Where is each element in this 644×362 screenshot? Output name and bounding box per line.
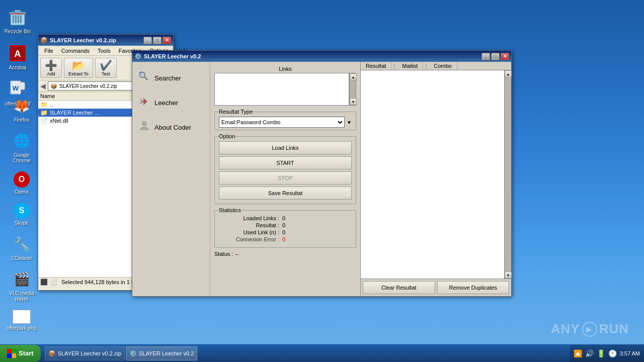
- slayer-main-titlebar[interactable]: 📦 SLAYER Leecher v0.2.zip _ □ ✕: [38, 35, 173, 46]
- leecher-icon: [138, 96, 150, 110]
- status-icon-1: ⬛: [40, 279, 48, 286]
- dropdown-arrow-icon: ▼: [347, 120, 352, 125]
- firefox-icon[interactable]: 🦊 Firefox: [4, 94, 39, 125]
- clear-resultat-button[interactable]: Clear Resultat: [363, 281, 435, 294]
- run-text: RUN: [599, 321, 629, 337]
- win-logo-red: [7, 349, 12, 353]
- menu-tools[interactable]: Tools: [94, 47, 115, 55]
- folder-icon: 📁: [40, 101, 48, 108]
- status-line: Status : --: [214, 251, 356, 257]
- chrome-icon[interactable]: 🌐 Google Chrome: [4, 129, 39, 165]
- results-scrollbar[interactable]: ▲ ▼: [504, 70, 511, 279]
- taskbar-slayer-icon: ⚙️: [129, 350, 137, 357]
- links-scrollbar[interactable]: ▲ ▼: [349, 73, 356, 106]
- slayer-sidebar: Searcher Leecher: [132, 62, 210, 296]
- vlc-label: VLC media player: [6, 291, 37, 302]
- about-label: About Coder: [154, 124, 191, 131]
- sidebar-item-leecher[interactable]: Leecher: [132, 90, 210, 115]
- inner-minimize-button[interactable]: _: [481, 53, 490, 60]
- anyrun-watermark: ANY ▶ RUN: [551, 321, 629, 337]
- inner-close-button[interactable]: ✕: [501, 53, 509, 60]
- status-icons: ⬛ ⬜: [40, 279, 57, 286]
- option-section: Option Load Links START STOP Save Result…: [214, 133, 356, 204]
- test-button[interactable]: ✔️ Test: [95, 58, 117, 78]
- svg-point-19: [142, 122, 146, 126]
- tray-time: 3:57 AM: [620, 350, 640, 356]
- taskbar: Start 📦 SLAYER Leecher v0.2.zip ⚙️ SLAYE…: [0, 344, 644, 362]
- resultat-type-select[interactable]: Email:Password Combo Email only Password…: [219, 117, 345, 128]
- titlebar-icon: 📦: [40, 37, 48, 44]
- add-button[interactable]: ➕ Add: [40, 58, 62, 78]
- extract-button[interactable]: 📂 Extract To: [64, 58, 93, 78]
- maximize-button[interactable]: □: [153, 37, 162, 44]
- taskbar-explorer-icon: 📦: [48, 350, 56, 357]
- status-icon-2: ⬜: [50, 279, 57, 286]
- save-resultat-button[interactable]: Save Resultat: [219, 187, 352, 200]
- links-textarea[interactable]: [214, 73, 349, 106]
- ccleaner-icon[interactable]: 🔧 CCleaner: [4, 232, 39, 263]
- skype-icon[interactable]: S Skype: [4, 201, 39, 228]
- col-name[interactable]: Name: [38, 92, 143, 100]
- scroll-up[interactable]: ▲: [350, 73, 357, 80]
- results-scroll-up[interactable]: ▲: [505, 70, 512, 77]
- slayer-center: Links ▲ ▼ Resultat Type: [210, 62, 360, 296]
- titlebar-buttons: _ □ ✕: [143, 37, 171, 44]
- taskbar-explorer-label: SLAYER Leecher v0.2.zip: [58, 350, 121, 356]
- sidebar-item-searcher[interactable]: Searcher: [132, 66, 210, 90]
- desktop: Recycle Bin A Acrobat W: [0, 0, 644, 362]
- leecher-label: Leecher: [154, 99, 178, 107]
- win-logo-yellow: [12, 353, 17, 358]
- inner-maximize-button[interactable]: □: [491, 53, 500, 60]
- firefox-label: Firefox: [14, 117, 30, 123]
- slayer-content: Searcher Leecher: [132, 62, 511, 296]
- svg-point-18: [143, 100, 146, 103]
- start-button[interactable]: Start: [0, 345, 41, 362]
- taskbar-item-explorer[interactable]: 📦 SLAYER Leecher v0.2.zip: [45, 346, 125, 360]
- vlc-icon[interactable]: 🎬 VLC media player: [4, 267, 39, 304]
- stat-connexion-error: Connexion Error : 0: [219, 236, 352, 242]
- scroll-track: [350, 80, 356, 98]
- results-tabs: Resultat | Mailist | Combo: [361, 62, 511, 70]
- results-panel: Resultat | Mailist | Combo ▲ ▼: [360, 62, 511, 296]
- status-prefix: Status :: [214, 251, 233, 257]
- tab-resultat[interactable]: Resultat: [361, 62, 391, 70]
- address-text: SLAYER Leecher v0.2.zip: [59, 83, 117, 89]
- tab-separator-1: |: [391, 62, 397, 70]
- loaded-links-label: Loaded Links :: [219, 215, 279, 221]
- stat-resultat: Resultat : 0: [219, 222, 352, 228]
- status-value: --: [235, 251, 238, 257]
- links-section: Links ▲ ▼: [214, 66, 356, 106]
- close-button[interactable]: ✕: [163, 37, 171, 44]
- results-textarea[interactable]: [361, 70, 504, 279]
- offerpark-icon[interactable]: offerpark.png: [4, 308, 39, 333]
- file-icon-dll: 📄: [40, 117, 48, 124]
- results-content: ▲ ▼: [361, 70, 511, 279]
- win-logo-green: [12, 349, 17, 353]
- back-button[interactable]: ◀: [40, 82, 46, 90]
- menu-file[interactable]: File: [40, 47, 57, 55]
- tab-combo[interactable]: Combo: [429, 62, 457, 70]
- minimize-button[interactable]: _: [143, 37, 152, 44]
- windows-logo: [7, 349, 16, 358]
- remove-duplicates-button[interactable]: Remove Duplicates: [437, 281, 510, 294]
- sidebar-item-about[interactable]: About Coder: [132, 115, 210, 140]
- stop-button[interactable]: STOP: [219, 171, 352, 185]
- tab-mailist[interactable]: Mailist: [397, 62, 423, 70]
- tab-separator-2: |: [423, 62, 429, 70]
- opera-label: Opera: [15, 189, 29, 195]
- scroll-down[interactable]: ▼: [350, 98, 357, 105]
- tray-clock-icon: 🕐: [608, 349, 617, 357]
- links-input-row: ▲ ▼: [214, 73, 356, 106]
- taskbar-item-slayer[interactable]: ⚙️ SLAYER Leecher v0.2: [126, 346, 197, 360]
- results-scroll-down[interactable]: ▼: [505, 272, 512, 279]
- slayer-inner-titlebar[interactable]: ⚙️ SLAYER Leecher v0.2 _ □ ✕: [132, 51, 511, 62]
- start-button[interactable]: START: [219, 156, 352, 169]
- used-link-label: Used Link (n) :: [219, 229, 279, 235]
- load-links-button[interactable]: Load Links: [219, 141, 352, 154]
- opera-icon[interactable]: O Opera: [4, 169, 39, 197]
- file-icon-slayer: 📁: [40, 109, 48, 116]
- stat-used-link: Used Link (n) : 0: [219, 229, 352, 235]
- menu-commands[interactable]: Commands: [57, 47, 94, 55]
- resultat-type-legend: Resultat Type: [219, 109, 253, 115]
- status-text: Selected 944,128 bytes in 1 file: [61, 279, 138, 285]
